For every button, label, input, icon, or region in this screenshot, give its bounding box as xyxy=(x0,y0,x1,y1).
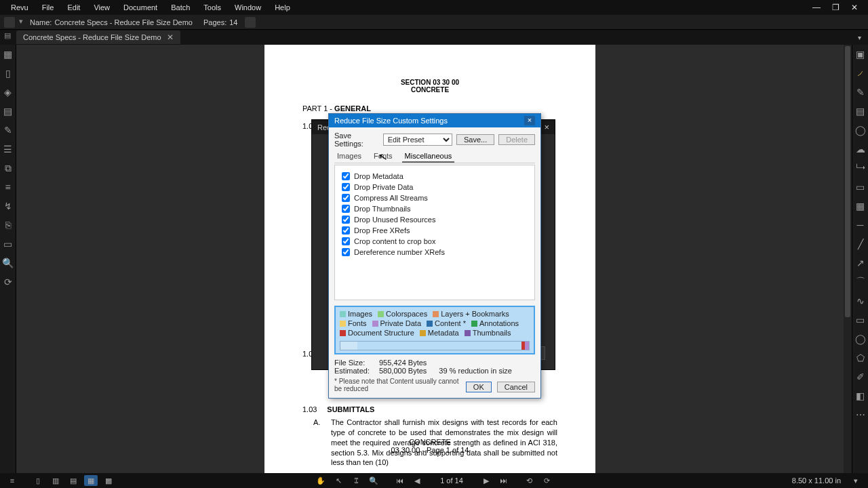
polygon-tool-icon[interactable]: ⬠ xyxy=(855,352,866,363)
forms-icon[interactable]: ☰ xyxy=(3,144,14,155)
vertical-scrollbar[interactable] xyxy=(844,45,852,473)
page-properties-icon[interactable] xyxy=(245,17,256,28)
callout-tool-icon[interactable]: ⮡ xyxy=(855,163,866,174)
page-indicator[interactable]: 1 of 14 xyxy=(427,476,477,485)
menu-file[interactable]: File xyxy=(35,1,61,14)
rectangle-tool-icon[interactable]: ▭ xyxy=(855,314,866,325)
menu-revu[interactable]: Revu xyxy=(4,1,35,14)
search-icon[interactable]: 🔍 xyxy=(3,258,14,268)
save-preset-button[interactable]: Save... xyxy=(456,134,494,145)
chk-drop-unused-resources[interactable] xyxy=(342,216,350,224)
select-tool-icon[interactable]: ▣ xyxy=(855,49,866,60)
links-icon[interactable]: ⎘ xyxy=(3,220,14,230)
first-page-icon[interactable]: ⏮ xyxy=(393,475,406,486)
single-page-view-icon[interactable]: ▯ xyxy=(31,475,45,486)
menu-view[interactable]: View xyxy=(87,1,117,14)
markups-list-icon[interactable]: ≡ xyxy=(3,182,14,192)
opt-drop-thumbnails[interactable]: Drop Thumbnails xyxy=(342,205,528,213)
layers-icon[interactable]: ◈ xyxy=(3,87,14,98)
text-tool-icon[interactable]: ✎ xyxy=(855,87,866,98)
opt-crop-content[interactable]: Crop content to crop box xyxy=(342,237,528,245)
tabbar-overflow-icon[interactable]: ▾ xyxy=(858,34,861,41)
line-tool-icon[interactable]: ╱ xyxy=(855,239,866,249)
reduce-dialog-back-close-icon[interactable]: × xyxy=(544,122,549,132)
side-by-side-view-icon[interactable]: ▤ xyxy=(66,475,80,486)
leg-metadata: Metadata xyxy=(420,329,459,337)
cancel-button[interactable]: Cancel xyxy=(497,382,535,392)
chk-dereference-xrefs[interactable] xyxy=(342,248,350,256)
menu-tools[interactable]: Tools xyxy=(197,1,228,14)
properties-icon[interactable]: ▭ xyxy=(3,239,14,249)
measurements-icon[interactable]: ↯ xyxy=(3,201,14,211)
compare-view-icon[interactable]: ▦ xyxy=(84,475,98,486)
note-tool-icon[interactable]: ▤ xyxy=(855,106,866,117)
scrollbar-thumb[interactable] xyxy=(845,46,850,317)
next-view-icon[interactable]: ⟳ xyxy=(540,475,554,486)
text-select-icon[interactable]: Ɪ xyxy=(349,475,363,486)
opt-drop-metadata[interactable]: Drop Metadata xyxy=(342,172,528,180)
preset-select[interactable]: Edit Preset xyxy=(383,134,452,146)
unit-toggle-icon[interactable]: ▾ xyxy=(849,475,863,486)
menu-edit[interactable]: Edit xyxy=(60,1,87,14)
opt-dereference-xrefs[interactable]: Dereference number XRefs xyxy=(342,248,528,256)
prev-page-icon[interactable]: ◀ xyxy=(410,475,424,486)
opt-drop-unused-resources[interactable]: Drop Unused Resources xyxy=(342,216,528,224)
tab-close-icon[interactable]: ✕ xyxy=(167,33,174,42)
select-cursor-icon[interactable]: ↖ xyxy=(332,475,345,486)
window-minimize-icon[interactable]: — xyxy=(807,3,826,12)
tab-miscellaneous[interactable]: Miscellaneous xyxy=(402,150,455,163)
opt-drop-free-xrefs[interactable]: Drop Free XRefs xyxy=(342,226,528,235)
chk-drop-private-data[interactable] xyxy=(342,183,350,191)
menu-help[interactable]: Help xyxy=(268,1,297,14)
eraser-tool-icon[interactable]: ◧ xyxy=(855,390,866,401)
tab-fonts[interactable]: Fonts xyxy=(371,150,395,163)
tab-images[interactable]: Images xyxy=(334,150,364,163)
bookmarks-icon[interactable]: ▤ xyxy=(3,106,14,117)
panel-toggle-icon[interactable]: ≡ xyxy=(5,475,19,486)
cloud-tool-icon[interactable]: ☁ xyxy=(855,144,866,155)
studio-icon[interactable]: ⟳ xyxy=(3,277,14,287)
signatures-icon[interactable]: ✎ xyxy=(3,125,14,136)
image-tool-icon[interactable]: ▦ xyxy=(855,201,866,211)
sets-icon[interactable]: ⧉ xyxy=(3,163,14,174)
next-page-icon[interactable]: ▶ xyxy=(479,475,493,486)
arc-tool-icon[interactable]: ⌒ xyxy=(855,277,866,287)
continuous-view-icon[interactable]: ▥ xyxy=(49,475,62,486)
chk-crop-content[interactable] xyxy=(342,237,350,245)
dialog-close-icon[interactable]: × xyxy=(524,116,535,125)
pan-tool-icon[interactable]: ✋ xyxy=(314,475,328,486)
window-restore-icon[interactable]: ❐ xyxy=(826,3,845,12)
arrow-tool-icon[interactable]: ↗ xyxy=(855,258,866,268)
infobar-dropdown-icon[interactable]: ▾ xyxy=(19,17,26,28)
window-close-icon[interactable]: ✕ xyxy=(845,3,864,12)
multiview-icon[interactable]: ▩ xyxy=(102,475,115,486)
ok-button[interactable]: OK xyxy=(466,382,492,392)
thumbnails-panel-icon[interactable]: ▦ xyxy=(3,49,14,60)
dialog-titlebar[interactable]: Reduce File Size Custom Settings × xyxy=(329,114,540,127)
prev-view-icon[interactable]: ⟲ xyxy=(523,475,536,486)
chk-drop-free-xrefs[interactable] xyxy=(342,226,350,235)
chk-drop-metadata[interactable] xyxy=(342,172,350,180)
opt-compress-streams[interactable]: Compress All Streams xyxy=(342,194,528,202)
highlight-tool-icon[interactable]: ⟋ xyxy=(855,68,866,79)
sketch-tool-icon[interactable]: ✐ xyxy=(855,371,866,382)
ellipse-tool-icon[interactable]: ◯ xyxy=(855,333,866,344)
chk-drop-thumbnails[interactable] xyxy=(342,205,350,213)
leg-content: Content * xyxy=(427,319,466,327)
menu-batch[interactable]: Batch xyxy=(164,1,197,14)
stat-estimated-value: 580,000 Bytes xyxy=(379,367,427,375)
shapes-tool-icon[interactable]: ◯ xyxy=(855,125,866,136)
menu-document[interactable]: Document xyxy=(117,1,164,14)
polyline-tool-icon[interactable]: ∿ xyxy=(855,296,866,306)
menu-window[interactable]: Window xyxy=(228,1,268,14)
chk-compress-streams[interactable] xyxy=(342,194,350,202)
last-page-icon[interactable]: ⏭ xyxy=(497,475,511,486)
document-tab[interactable]: Concrete Specs - Reduce File Size Demo ✕ xyxy=(16,30,180,44)
zoom-tool-icon[interactable]: 🔍 xyxy=(367,475,380,486)
new-document-icon[interactable] xyxy=(4,17,15,28)
save-settings-label: Save Settings: xyxy=(334,131,379,148)
more-tools-icon[interactable]: ⋯ xyxy=(855,409,866,420)
opt-drop-private-data[interactable]: Drop Private Data xyxy=(342,183,528,191)
stamp-tool-icon[interactable]: ▭ xyxy=(855,182,866,192)
file-access-icon[interactable]: ▯ xyxy=(3,68,14,79)
